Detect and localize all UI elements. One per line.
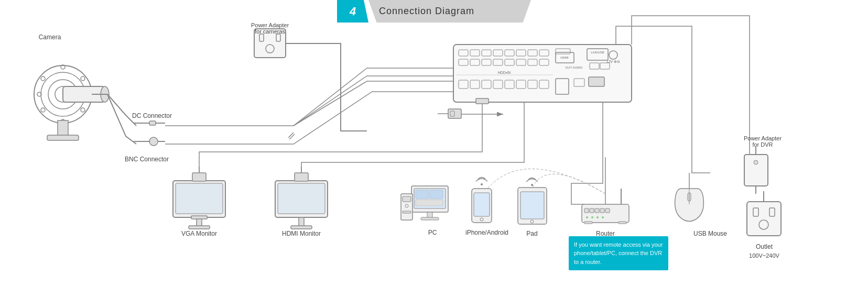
svg-rect-72 — [589, 77, 604, 86]
svg-rect-15 — [47, 135, 79, 140]
usb-mouse-label: USB Mouse — [693, 230, 727, 237]
svg-rect-118 — [605, 208, 610, 213]
svg-rect-84 — [191, 216, 207, 219]
svg-rect-81 — [176, 183, 223, 214]
svg-rect-79 — [476, 98, 489, 104]
svg-rect-91 — [192, 173, 206, 181]
outlet-device — [747, 191, 781, 236]
dvr-unit: HDD•IN HDMI OUT AUDIO LAN/USB 12V ⊕⊖ — [453, 45, 632, 102]
svg-rect-95 — [416, 190, 429, 199]
svg-rect-86 — [278, 183, 325, 214]
vga-monitor — [173, 181, 225, 229]
svg-point-120 — [591, 216, 593, 218]
iphone-label: iPhone/Android — [465, 229, 508, 236]
svg-line-23 — [288, 133, 294, 138]
pad-device — [518, 178, 547, 225]
svg-text:12V ⊕⊖: 12V ⊕⊖ — [606, 60, 620, 63]
connection-diagram-svg: Camera DC Connector BNC Connector — [0, 0, 868, 263]
svg-point-121 — [596, 216, 599, 218]
svg-point-130 — [754, 160, 758, 164]
svg-text:Power Adapter: Power Adapter — [251, 22, 289, 28]
svg-rect-101 — [403, 196, 411, 202]
camera-label: Camera — [39, 34, 61, 41]
svg-point-9 — [81, 108, 85, 112]
svg-rect-112 — [582, 204, 629, 223]
camera-device — [34, 65, 109, 140]
svg-rect-103 — [403, 211, 411, 213]
info-box-text: If you want remote access via your phone… — [574, 241, 663, 265]
svg-rect-129 — [744, 155, 768, 186]
info-box: If you want remote access via your phone… — [569, 236, 668, 271]
voltage-label: 100V~240V — [749, 252, 779, 259]
svg-rect-99 — [421, 217, 439, 220]
svg-rect-96 — [430, 190, 443, 199]
usb-mouse-device — [675, 173, 704, 222]
svg-point-7 — [41, 108, 45, 112]
svg-rect-105 — [474, 193, 490, 216]
svg-text:HDD•IN: HDD•IN — [498, 71, 511, 74]
pc-device — [401, 186, 448, 220]
svg-point-107 — [481, 183, 483, 185]
outlet-label: Outlet — [756, 243, 773, 250]
svg-line-24 — [289, 134, 295, 139]
bnc-connector-label: BNC Connector — [125, 156, 169, 163]
hdmi-monitor-label: HDMI Monitor — [282, 230, 321, 237]
svg-rect-83 — [189, 226, 210, 229]
svg-rect-114 — [584, 208, 589, 213]
dc-connector-label: DC Connector — [132, 112, 172, 119]
svg-rect-116 — [595, 208, 599, 213]
hdmi-monitor — [275, 181, 328, 229]
svg-point-21 — [149, 137, 158, 146]
svg-rect-89 — [295, 173, 308, 181]
svg-text:LAN/USB: LAN/USB — [591, 51, 604, 54]
iphone-device — [472, 178, 492, 223]
power-adapter-dvr — [744, 147, 768, 194]
pc-label: PC — [428, 229, 437, 236]
vga-monitor-label: VGA Monitor — [181, 230, 217, 237]
svg-text:for cameras: for cameras — [255, 28, 286, 35]
svg-rect-97 — [416, 200, 443, 206]
pad-label: Pad — [526, 230, 537, 237]
svg-rect-18 — [149, 121, 156, 125]
svg-rect-123 — [584, 222, 592, 224]
svg-rect-124 — [619, 222, 626, 224]
svg-text:HDMI: HDMI — [560, 56, 569, 59]
svg-rect-115 — [590, 208, 594, 213]
svg-rect-33 — [453, 45, 632, 102]
svg-point-6 — [81, 76, 85, 81]
svg-rect-135 — [747, 202, 781, 236]
svg-rect-14 — [58, 120, 68, 136]
svg-point-119 — [586, 216, 588, 218]
svg-point-4 — [41, 76, 45, 81]
svg-rect-109 — [520, 192, 544, 219]
svg-rect-88 — [291, 226, 312, 229]
svg-point-122 — [602, 216, 604, 218]
svg-rect-117 — [600, 208, 604, 213]
svg-text:OUT AUDIO: OUT AUDIO — [566, 66, 583, 69]
svg-text:Power Adapter: Power Adapter — [744, 135, 782, 141]
svg-point-111 — [531, 184, 533, 186]
svg-text:for DVR: for DVR — [752, 141, 773, 148]
